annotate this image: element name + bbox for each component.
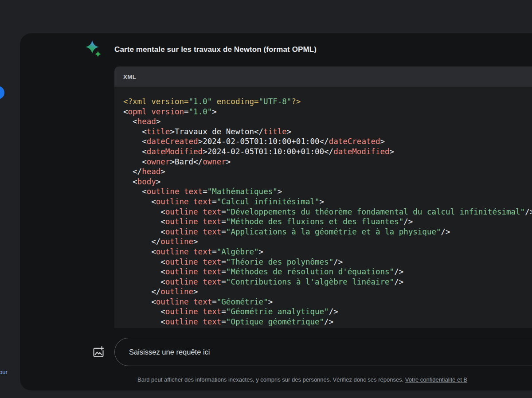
- code-line: <outline text="Géométrie">: [123, 297, 532, 307]
- add-image-icon: [92, 346, 105, 358]
- prompt-input[interactable]: [115, 348, 532, 356]
- code-line: <outline text="Calcul infinitésimal">: [123, 197, 532, 207]
- code-line: <outline text="Applications à la géométr…: [123, 227, 532, 237]
- code-line: <outline text="Méthode des fluxions et d…: [123, 217, 532, 227]
- code-line: </outline>: [123, 287, 532, 297]
- add-image-button[interactable]: [90, 343, 107, 361]
- code-line: <outline text="Contributions à l'algèbre…: [123, 277, 532, 287]
- code-content: <?xml version="1.0" encoding="UTF-8"?><o…: [114, 87, 532, 328]
- code-line: <dateCreated>2024-02-05T01:10:00+01:00</…: [123, 137, 532, 147]
- response-title: Carte mentale sur les travaux de Newton …: [114, 45, 317, 54]
- code-line: <body>: [123, 177, 532, 187]
- code-line: </head>: [123, 167, 532, 177]
- code-line: <dateModified>2024-02-05T01:10:00+01:00<…: [123, 147, 532, 157]
- privacy-link[interactable]: Votre confidentialité et B: [405, 376, 467, 383]
- code-block: XML <?xml version="1.0" encoding="UTF-8"…: [114, 66, 532, 328]
- code-line: <outline text="Optique géométrique"/>: [123, 317, 532, 327]
- code-language-label: XML: [123, 74, 136, 80]
- bard-sparkle-icon: [84, 39, 102, 59]
- code-line: <outline text="Développements du théorèm…: [123, 207, 532, 217]
- code-line: <outline text="Méthodes de résolution d'…: [123, 267, 532, 277]
- code-line: <outline text="Géométrie analytique"/>: [123, 307, 532, 317]
- prompt-bar[interactable]: [114, 338, 532, 366]
- footer-disclaimer: Bard peut afficher des informations inex…: [137, 376, 467, 383]
- bard-app: our Carte mentale sur les travaux de New…: [0, 0, 532, 398]
- code-line: <opml version="1.0">: [123, 107, 532, 117]
- disclaimer-text: Bard peut afficher des informations inex…: [137, 376, 405, 383]
- code-line: <outline text="Théorie des polynômes"/>: [123, 257, 532, 267]
- code-line: <outline text="Algèbre">: [123, 247, 532, 257]
- scroll-button-partial[interactable]: [0, 86, 4, 99]
- code-line: <head>: [123, 117, 532, 127]
- code-line: <outline text="Mathématiques">: [123, 187, 532, 197]
- code-line: <owner>Bard</owner>: [123, 157, 532, 167]
- code-block-header: XML: [114, 66, 532, 87]
- code-line: </outline>: [123, 237, 532, 247]
- sidebar-partial-link[interactable]: our: [0, 369, 8, 375]
- code-line: <?xml version="1.0" encoding="UTF-8"?>: [123, 97, 532, 107]
- code-line: <title>Travaux de Newton</title>: [123, 127, 532, 137]
